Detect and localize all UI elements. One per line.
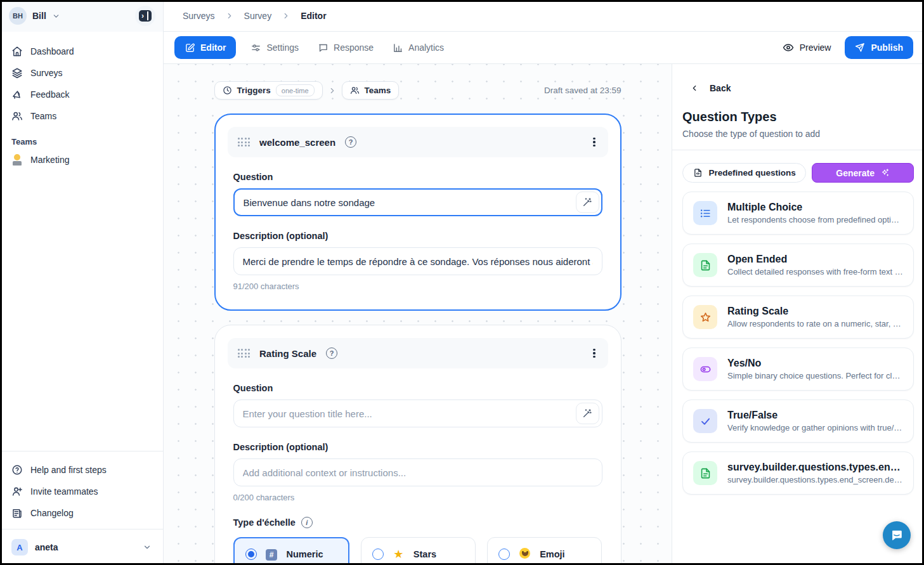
flow-header: Triggers one-time Teams Draft saved at 2… [214,81,621,100]
sidebar-item-changelog[interactable]: Changelog [6,502,157,524]
question-type-description: Let respondents choose from predefined o… [727,215,903,224]
tab-analytics[interactable]: Analytics [384,36,452,59]
preview-button[interactable]: Preview [783,42,831,53]
question-type-name: True/False [727,410,903,421]
sidebar-item-dashboard[interactable]: Dashboard [6,41,157,62]
draft-status: Draft saved at 23:59 [544,86,621,95]
scale-option-numeric[interactable]: # Numeric [233,537,349,565]
scale-option-stars[interactable]: ★ Stars [361,537,476,565]
sidebar-footer: Help and first steps Invite teammates Ch… [0,451,163,565]
kebab-menu-icon[interactable] [590,346,597,361]
sidebar-item-surveys[interactable]: Surveys [6,62,157,84]
question-card-header: welcome_screen ? [228,127,608,157]
teams-chip-label: Teams [365,86,391,95]
generate-button[interactable]: Generate [812,163,914,183]
info-icon[interactable]: i [301,517,313,528]
question-card-welcome-screen[interactable]: welcome_screen ? Question [214,114,621,311]
question-description-input[interactable] [233,247,602,275]
question-description-input[interactable] [233,458,602,486]
chevron-left-icon [690,84,699,93]
drag-handle-icon[interactable] [238,349,251,358]
sidebar-collapse-button[interactable] [135,6,155,26]
sidebar-nav: Dashboard Surveys Feedback Teams Teams M… [0,32,163,171]
breadcrumb-editor[interactable]: Editor [301,11,326,21]
sidebar-item-teams[interactable]: Teams [6,105,157,127]
magic-wand-icon [582,408,592,419]
tab-response[interactable]: Response [309,36,382,59]
eye-icon [783,42,794,53]
help-icon[interactable]: ? [345,136,356,148]
chat-launcher-button[interactable] [883,521,911,549]
layers-icon [11,67,23,79]
question-type-name: Multiple Choice [727,202,903,213]
sidebar-item-label: Invite teammates [30,486,98,497]
magic-wand-button[interactable] [576,192,599,213]
question-type-name: survey.builder.questions.types.end_scr..… [727,462,903,473]
account-menu[interactable]: A aneta [6,535,157,560]
sidebar-item-label: Help and first steps [30,465,107,475]
technologist-emoji [11,154,23,166]
bar-chart-icon [393,42,403,53]
scale-option-label: Numeric [287,549,323,559]
question-type-description: Collect detailed responses with free-for… [727,267,903,276]
preview-label: Preview [800,42,831,53]
sidebar-item-label: Surveys [30,68,63,78]
breadcrumb-surveys[interactable]: Surveys [183,11,215,21]
sidebar-item-label: Dashboard [30,46,74,56]
question-type-rating-scale[interactable]: Rating Scale Allow respondents to rate o… [682,295,914,339]
back-button[interactable]: Back [682,83,731,93]
kebab-menu-icon[interactable] [590,135,597,150]
help-icon[interactable]: ? [326,347,337,359]
publish-label: Publish [871,42,903,53]
sidebar-item-help[interactable]: Help and first steps [6,459,157,481]
publish-button[interactable]: Publish [845,36,913,59]
divider [0,529,163,529]
breadcrumb-survey[interactable]: Survey [244,11,272,21]
question-type-open-ended[interactable]: Open Ended Collect detailed responses wi… [682,244,914,287]
team-name: Marketing [30,155,69,165]
predefined-label: Predefined questions [709,168,796,178]
clock-icon [223,86,232,95]
predefined-questions-button[interactable]: Predefined questions [682,163,806,183]
sidebar-item-feedback[interactable]: Feedback [6,84,157,105]
question-type-yes-no[interactable]: Yes/No Simple binary choice questions. P… [682,347,914,391]
main-area: Surveys Survey Editor Editor Settings Re… [164,0,924,565]
number-keycap-icon: # [266,549,277,561]
check-icon [693,409,717,433]
workspace-switcher[interactable]: BH Bill [0,0,163,32]
question-type-end-screen[interactable]: survey.builder.questions.types.end_scr..… [682,451,914,495]
scale-option-emoji[interactable]: Emoji [487,537,602,565]
tab-settings[interactable]: Settings [242,36,307,59]
drag-handle-icon[interactable] [238,138,251,146]
star-emoji-icon: ★ [393,548,403,561]
user-plus-icon [11,486,23,497]
send-icon [855,42,865,53]
triggers-chip[interactable]: Triggers one-time [214,81,323,100]
teams-chip[interactable]: Teams [342,81,400,100]
question-title-input[interactable] [233,399,602,427]
scale-option-label: Emoji [540,549,564,559]
question-type-true-false[interactable]: True/False Verify knowledge or gather op… [682,399,914,443]
file-text-icon [693,253,717,277]
char-counter: 91/200 characters [233,282,602,291]
description-label: Description (optional) [233,231,602,241]
editor-content: Triggers one-time Teams Draft saved at 2… [164,64,924,565]
sidebar-item-team-marketing[interactable]: Marketing [6,149,157,171]
chevron-down-icon [52,12,60,20]
chat-bubble-icon [890,528,904,542]
magic-wand-button[interactable] [576,403,599,424]
question-type-description: Verify knowledge or gather opinions with… [727,423,903,432]
triggers-chip-label: Triggers [237,86,271,95]
question-card-rating-scale[interactable]: Rating Scale ? Question [214,325,621,565]
radio-icon [372,549,384,560]
panel-toggle-icon [139,10,152,22]
tab-editor[interactable]: Editor [174,36,236,59]
list-icon [693,201,717,225]
question-type-multiple-choice[interactable]: Multiple Choice Let respondents choose f… [682,192,914,235]
sidebar-item-invite[interactable]: Invite teammates [6,481,157,502]
smiley-emoji-icon [519,548,530,559]
question-label: Question [233,172,602,182]
newspaper-icon [11,507,23,519]
question-title-input[interactable] [233,188,602,216]
trigger-type-badge: one-time [276,84,315,96]
